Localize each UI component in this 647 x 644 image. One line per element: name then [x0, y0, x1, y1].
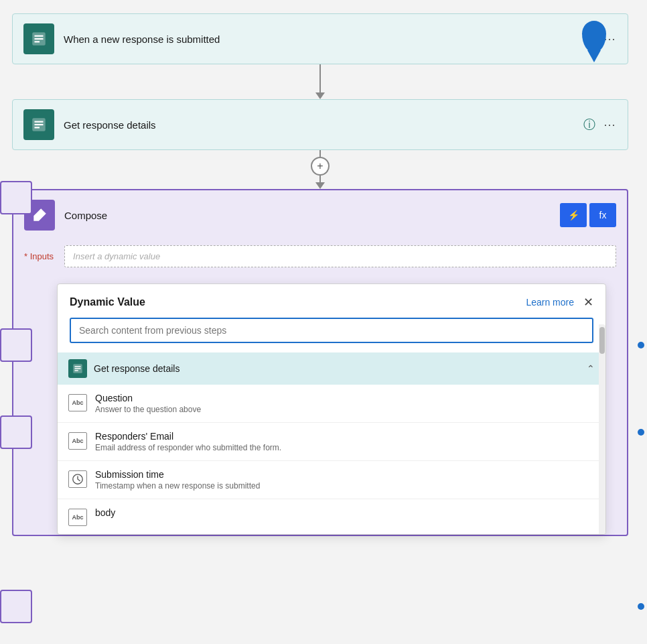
svg-rect-5 — [35, 121, 44, 123]
forms-svg-2 — [30, 116, 48, 133]
forms-svg-1 — [30, 30, 48, 48]
arrow-1 — [315, 92, 325, 99]
item-content-email: Responders' Email Email address of respo… — [95, 431, 595, 452]
svg-rect-9 — [75, 366, 81, 367]
connector-2: + — [12, 150, 628, 189]
dynamic-panel-header: Dynamic Value Learn more ✕ — [58, 284, 605, 318]
item-content-body: body — [95, 507, 595, 518]
scrollbar-thumb[interactable] — [599, 327, 605, 354]
item-name-time: Submission time — [95, 469, 595, 480]
v-line-2b — [319, 176, 321, 182]
compose-header: Compose ⚡ fx — [13, 190, 627, 240]
step1-title: When a new response is submitted — [64, 34, 583, 45]
svg-rect-11 — [75, 370, 78, 371]
item-name-email: Responders' Email — [95, 431, 595, 442]
right-dot-3 — [638, 603, 644, 610]
right-dot-1 — [638, 342, 644, 348]
step2-help-icon[interactable]: ⓘ — [583, 117, 595, 133]
learn-more-link[interactable]: Learn more — [526, 297, 574, 308]
water-drop — [582, 21, 606, 53]
add-step-button[interactable]: + — [311, 157, 330, 176]
dynamic-items-list: Abc Question Answer to the question abov… — [58, 385, 605, 534]
dynamic-value-panel: Dynamic Value Learn more ✕ Get r — [57, 283, 606, 535]
step1-icon — [23, 23, 54, 54]
list-item[interactable]: Abc body — [58, 499, 605, 534]
chevron-up-icon: ⌃ — [587, 363, 595, 374]
step1-card: When a new response is submitted ⓘ ⋯ — [12, 13, 628, 64]
section-icon — [68, 359, 87, 378]
left-partial-card-2 — [0, 328, 32, 362]
left-partial-card-1 — [0, 181, 32, 214]
compose-card: Compose ⚡ fx * Inputs Insert a dynamic v… — [12, 189, 628, 536]
svg-rect-2 — [35, 38, 44, 40]
item-desc-question: Answer to the question above — [95, 405, 595, 414]
svg-rect-10 — [75, 368, 81, 369]
item-icon-time — [68, 470, 87, 488]
arrow-2 — [315, 182, 325, 189]
search-input[interactable] — [70, 318, 593, 343]
inputs-label: * Inputs — [24, 251, 54, 261]
item-content-question: Question Answer to the question above — [95, 393, 595, 414]
section-header[interactable]: Get response details ⌃ — [58, 352, 605, 385]
compose-body: * Inputs Insert a dynamic value — [13, 240, 627, 278]
step2-actions: ⓘ ⋯ — [583, 117, 617, 133]
svg-rect-7 — [35, 127, 40, 128]
list-item[interactable]: Submission time Timestamp when a new res… — [58, 461, 605, 499]
right-dot-2 — [638, 429, 644, 436]
dynamic-panel-actions: Learn more ✕ — [526, 295, 593, 310]
flow-container: When a new response is submitted ⓘ ⋯ Get… — [0, 0, 647, 550]
section-title: Get response details — [94, 363, 580, 374]
lightning-button[interactable]: ⚡ — [560, 203, 587, 227]
item-name-question: Question — [95, 393, 595, 403]
compose-toolbar: ⚡ fx — [560, 203, 616, 227]
step2-more-icon[interactable]: ⋯ — [603, 117, 617, 132]
item-name-body: body — [95, 507, 595, 518]
list-item[interactable]: Abc Responders' Email Email address of r… — [58, 423, 605, 461]
v-line-2a — [319, 150, 321, 157]
connector-1 — [12, 64, 628, 99]
item-content-time: Submission time Timestamp when a new res… — [95, 469, 595, 491]
svg-rect-3 — [35, 41, 40, 42]
left-partial-card-3 — [0, 415, 32, 449]
compose-svg — [31, 206, 48, 224]
svg-rect-6 — [35, 124, 44, 125]
panel-scrollbar — [599, 324, 605, 534]
clock-svg — [72, 473, 84, 485]
left-partial-card-4 — [0, 590, 32, 623]
item-icon-question: Abc — [68, 394, 87, 411]
svg-rect-1 — [35, 36, 44, 37]
dynamic-panel-title: Dynamic Value — [70, 296, 145, 308]
step2-title: Get response details — [64, 119, 583, 131]
section-forms-svg — [72, 363, 84, 375]
compose-title: Compose — [64, 210, 560, 221]
item-desc-time: Timestamp when a new response is submitt… — [95, 481, 595, 491]
close-button[interactable]: ✕ — [583, 295, 593, 310]
list-item[interactable]: Abc Question Answer to the question abov… — [58, 385, 605, 423]
step2-icon — [23, 109, 54, 140]
v-line-1 — [319, 64, 321, 92]
item-desc-email: Email address of responder who submitted… — [95, 443, 595, 452]
fx-button[interactable]: fx — [589, 203, 616, 227]
inputs-field[interactable]: Insert a dynamic value — [64, 245, 616, 267]
item-icon-body: Abc — [68, 509, 87, 526]
item-icon-email: Abc — [68, 432, 87, 450]
step2-card: Get response details ⓘ ⋯ — [12, 99, 628, 150]
